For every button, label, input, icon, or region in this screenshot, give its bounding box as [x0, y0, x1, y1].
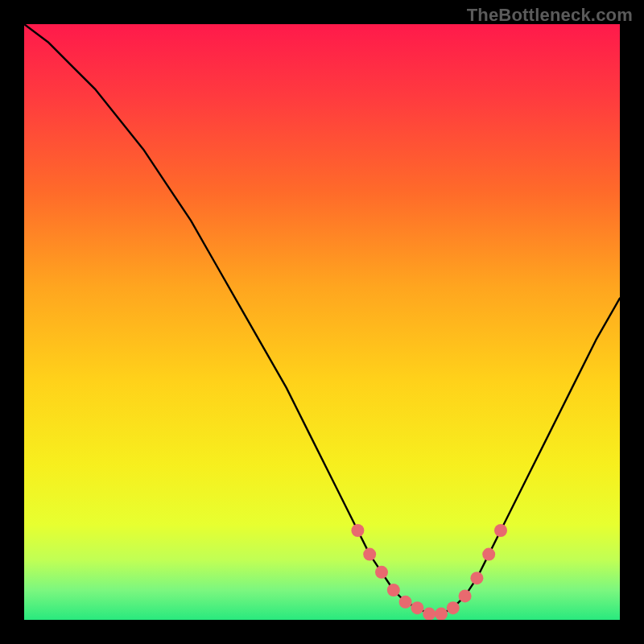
marker-dot: [375, 566, 388, 579]
marker-dot: [470, 572, 483, 584]
marker-dot: [447, 601, 460, 614]
marker-dot: [363, 548, 376, 561]
marker-dot: [435, 608, 448, 620]
chart-frame: TheBottleneck.com: [0, 0, 644, 644]
marker-dot: [399, 596, 412, 609]
marker-dot: [459, 589, 472, 602]
marker-dot: [387, 584, 400, 597]
watermark-text: TheBottleneck.com: [467, 5, 633, 26]
marker-dot: [482, 548, 495, 561]
plot-area: [24, 24, 620, 620]
marker-dot: [494, 524, 507, 537]
chart-svg: [24, 24, 620, 620]
marker-dot: [411, 601, 423, 614]
marker-dot: [423, 608, 436, 620]
marker-dot: [351, 524, 364, 537]
